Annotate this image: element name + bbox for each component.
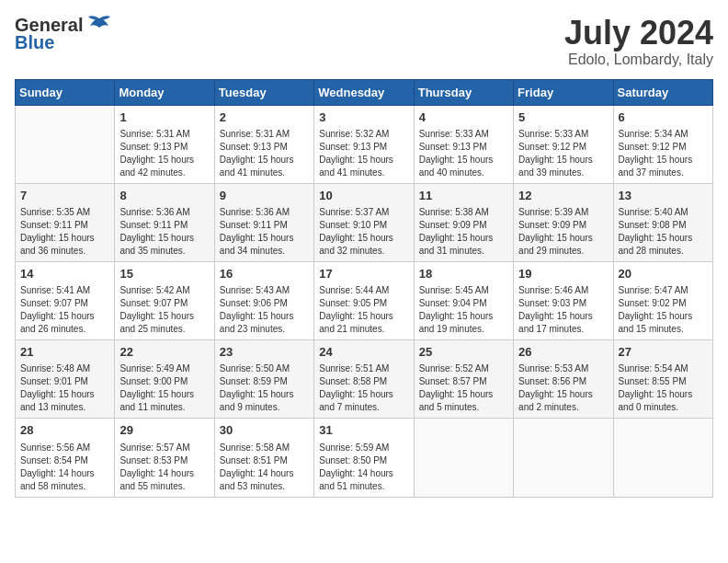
calendar-body: 1Sunrise: 5:31 AMSunset: 9:13 PMDaylight… bbox=[16, 105, 713, 497]
day-info: Sunset: 9:09 PM bbox=[419, 219, 508, 232]
day-number: 31 bbox=[319, 422, 408, 439]
day-info: Sunset: 9:08 PM bbox=[619, 219, 708, 232]
day-number: 6 bbox=[619, 109, 708, 126]
calendar-cell-18: 18Sunrise: 5:45 AMSunset: 9:04 PMDayligh… bbox=[414, 261, 513, 339]
calendar-cell-20: 20Sunrise: 5:47 AMSunset: 9:02 PMDayligh… bbox=[613, 261, 712, 339]
day-info: Daylight: 15 hours bbox=[619, 388, 708, 401]
day-number: 20 bbox=[619, 266, 708, 282]
day-info: Sunset: 9:10 PM bbox=[319, 219, 408, 232]
calendar-cell-9: 9Sunrise: 5:36 AMSunset: 9:11 PMDaylight… bbox=[214, 183, 313, 261]
calendar-cell-12: 12Sunrise: 5:39 AMSunset: 9:09 PMDayligh… bbox=[514, 183, 613, 261]
page-header: General Blue July 2024 Edolo, Lombardy, … bbox=[15, 15, 713, 68]
month-title: July 2024 bbox=[564, 15, 713, 52]
day-info: Sunrise: 5:42 AM bbox=[119, 284, 209, 297]
day-number: 3 bbox=[319, 109, 408, 126]
calendar-cell-2: 2Sunrise: 5:31 AMSunset: 9:13 PMDaylight… bbox=[214, 105, 313, 183]
day-info: Sunrise: 5:38 AM bbox=[419, 206, 508, 219]
week-row-4: 21Sunrise: 5:48 AMSunset: 9:01 PMDayligh… bbox=[16, 340, 713, 419]
day-info: and 2 minutes. bbox=[518, 401, 608, 414]
day-info: Daylight: 15 hours bbox=[20, 232, 109, 245]
day-number: 27 bbox=[619, 344, 708, 361]
day-info: Daylight: 15 hours bbox=[20, 310, 109, 323]
day-info: Sunrise: 5:40 AM bbox=[619, 206, 708, 219]
day-info: Daylight: 15 hours bbox=[319, 388, 408, 401]
day-number: 1 bbox=[119, 109, 209, 126]
day-number: 13 bbox=[619, 188, 708, 204]
day-info: Sunrise: 5:52 AM bbox=[419, 362, 508, 375]
day-info: Sunrise: 5:56 AM bbox=[20, 442, 109, 454]
day-info: Daylight: 15 hours bbox=[419, 154, 508, 167]
day-info: Sunrise: 5:59 AM bbox=[319, 442, 408, 454]
calendar-cell-25: 25Sunrise: 5:52 AMSunset: 8:57 PMDayligh… bbox=[414, 340, 513, 419]
day-info: and 35 minutes. bbox=[119, 245, 209, 258]
calendar-cell-empty bbox=[414, 419, 513, 497]
day-info: Daylight: 15 hours bbox=[119, 388, 209, 401]
day-info: Sunset: 8:56 PM bbox=[518, 375, 608, 388]
calendar-cell-24: 24Sunrise: 5:51 AMSunset: 8:58 PMDayligh… bbox=[314, 340, 414, 419]
day-info: Sunrise: 5:39 AM bbox=[518, 206, 608, 219]
calendar-cell-19: 19Sunrise: 5:46 AMSunset: 9:03 PMDayligh… bbox=[514, 261, 613, 339]
day-info: Sunset: 9:01 PM bbox=[20, 375, 109, 388]
day-info: and 37 minutes. bbox=[619, 167, 708, 179]
day-info: Sunrise: 5:35 AM bbox=[20, 206, 109, 219]
day-number: 18 bbox=[419, 266, 508, 282]
calendar-cell-empty bbox=[16, 105, 115, 183]
week-row-1: 1Sunrise: 5:31 AMSunset: 9:13 PMDaylight… bbox=[16, 105, 713, 183]
day-info: and 23 minutes. bbox=[220, 323, 309, 336]
day-info: and 32 minutes. bbox=[319, 245, 408, 258]
day-info: and 41 minutes. bbox=[319, 167, 408, 179]
day-info: Daylight: 15 hours bbox=[119, 154, 209, 167]
day-info: Sunrise: 5:51 AM bbox=[319, 362, 408, 375]
weekday-header-tuesday: Tuesday bbox=[214, 79, 313, 105]
calendar-cell-3: 3Sunrise: 5:32 AMSunset: 9:13 PMDaylight… bbox=[314, 105, 414, 183]
calendar-cell-1: 1Sunrise: 5:31 AMSunset: 9:13 PMDaylight… bbox=[115, 105, 214, 183]
day-info: Sunrise: 5:45 AM bbox=[419, 284, 508, 297]
day-info: Sunrise: 5:53 AM bbox=[518, 362, 608, 375]
day-info: and 31 minutes. bbox=[419, 245, 508, 258]
day-info: Sunrise: 5:58 AM bbox=[220, 442, 309, 454]
day-info: Daylight: 15 hours bbox=[119, 232, 209, 245]
day-info: Daylight: 15 hours bbox=[518, 154, 608, 167]
day-number: 30 bbox=[220, 422, 309, 439]
day-info: Daylight: 15 hours bbox=[319, 310, 408, 323]
day-number: 4 bbox=[419, 109, 508, 126]
day-info: and 58 minutes. bbox=[20, 480, 109, 493]
day-info: and 34 minutes. bbox=[220, 245, 309, 258]
calendar-table: SundayMondayTuesdayWednesdayThursdayFrid… bbox=[15, 79, 713, 498]
day-info: Sunrise: 5:34 AM bbox=[619, 128, 708, 141]
day-info: Daylight: 15 hours bbox=[518, 310, 608, 323]
calendar-cell-31: 31Sunrise: 5:59 AMSunset: 8:50 PMDayligh… bbox=[314, 419, 414, 497]
day-info: Sunrise: 5:37 AM bbox=[319, 206, 408, 219]
logo: General Blue bbox=[15, 15, 112, 53]
day-info: Sunrise: 5:54 AM bbox=[619, 362, 708, 375]
calendar-cell-empty bbox=[514, 419, 613, 497]
day-info: Sunset: 8:58 PM bbox=[319, 375, 408, 388]
day-number: 10 bbox=[319, 188, 408, 204]
day-number: 11 bbox=[419, 188, 508, 204]
day-info: and 25 minutes. bbox=[119, 323, 209, 336]
calendar-cell-21: 21Sunrise: 5:48 AMSunset: 9:01 PMDayligh… bbox=[16, 340, 115, 419]
day-info: Sunrise: 5:33 AM bbox=[518, 128, 608, 141]
calendar-cell-30: 30Sunrise: 5:58 AMSunset: 8:51 PMDayligh… bbox=[214, 419, 313, 497]
day-info: and 40 minutes. bbox=[419, 167, 508, 179]
day-number: 23 bbox=[220, 344, 309, 361]
day-info: Daylight: 15 hours bbox=[419, 232, 508, 245]
day-info: and 41 minutes. bbox=[220, 167, 309, 179]
day-info: Daylight: 15 hours bbox=[419, 388, 508, 401]
weekday-header-friday: Friday bbox=[514, 79, 613, 105]
calendar-cell-4: 4Sunrise: 5:33 AMSunset: 9:13 PMDaylight… bbox=[414, 105, 513, 183]
weekday-header-thursday: Thursday bbox=[414, 79, 513, 105]
calendar-cell-10: 10Sunrise: 5:37 AMSunset: 9:10 PMDayligh… bbox=[314, 183, 414, 261]
day-info: Daylight: 15 hours bbox=[619, 154, 708, 167]
calendar-cell-8: 8Sunrise: 5:36 AMSunset: 9:11 PMDaylight… bbox=[115, 183, 214, 261]
day-info: Daylight: 15 hours bbox=[619, 232, 708, 245]
calendar-cell-6: 6Sunrise: 5:34 AMSunset: 9:12 PMDaylight… bbox=[613, 105, 712, 183]
day-info: Daylight: 15 hours bbox=[518, 232, 608, 245]
day-number: 25 bbox=[419, 344, 508, 361]
day-info: Sunrise: 5:46 AM bbox=[518, 284, 608, 297]
calendar-cell-17: 17Sunrise: 5:44 AMSunset: 9:05 PMDayligh… bbox=[314, 261, 414, 339]
day-number: 2 bbox=[220, 109, 309, 126]
day-info: Daylight: 15 hours bbox=[319, 154, 408, 167]
day-info: Sunrise: 5:36 AM bbox=[119, 206, 209, 219]
day-info: Sunset: 8:57 PM bbox=[419, 375, 508, 388]
